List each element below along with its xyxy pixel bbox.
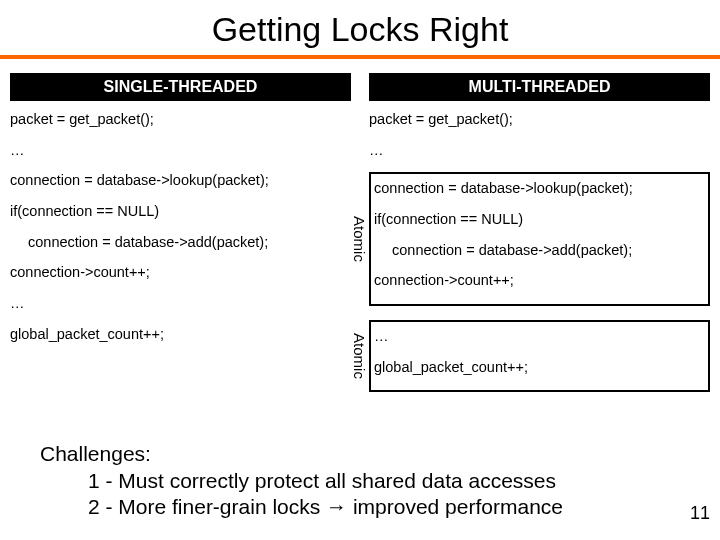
right-header: MULTI-THREADED bbox=[369, 73, 710, 101]
left-code: packet = get_packet(); … connection = da… bbox=[10, 111, 351, 342]
code-line: connection = database->add(packet); bbox=[10, 234, 351, 251]
atomic-label: Atomic bbox=[350, 331, 369, 381]
left-header: SINGLE-THREADED bbox=[10, 73, 351, 101]
challenges-block: Challenges: 1 - Must correctly protect a… bbox=[40, 441, 563, 520]
code-line: connection = database->lookup(packet); bbox=[10, 172, 351, 189]
code-line: connection = database->add(packet); bbox=[374, 242, 705, 259]
code-line: global_packet_count++; bbox=[374, 359, 705, 376]
challenges-title: Challenges: bbox=[40, 441, 563, 467]
challenge-item-2: 2 - More finer-grain locks → improved pe… bbox=[40, 494, 563, 520]
code-line: … bbox=[10, 142, 351, 159]
columns-wrapper: SINGLE-THREADED packet = get_packet(); …… bbox=[0, 73, 720, 406]
code-line: if(connection == NULL) bbox=[10, 203, 351, 220]
code-line: connection = database->lookup(packet); bbox=[374, 180, 705, 197]
challenge-item-1: 1 - Must correctly protect all shared da… bbox=[40, 468, 563, 494]
challenge-2-pre: 2 - More finer-grain locks bbox=[88, 495, 326, 518]
atomic-box-2: Atomic … global_packet_count++; bbox=[369, 320, 710, 392]
right-column: MULTI-THREADED packet = get_packet(); … … bbox=[369, 73, 710, 406]
code-line: connection->count++; bbox=[10, 264, 351, 281]
atomic-box-1: Atomic connection = database->lookup(pac… bbox=[369, 172, 710, 306]
code-line: global_packet_count++; bbox=[10, 326, 351, 343]
title-rule bbox=[0, 55, 720, 59]
atomic-label: Atomic bbox=[350, 214, 369, 264]
right-code: packet = get_packet(); … Atomic connecti… bbox=[369, 111, 710, 392]
challenge-2-post: improved performance bbox=[347, 495, 563, 518]
code-line: … bbox=[369, 142, 710, 159]
code-line: packet = get_packet(); bbox=[10, 111, 351, 128]
code-line: … bbox=[10, 295, 351, 312]
code-line: connection->count++; bbox=[374, 272, 705, 289]
slide-title: Getting Locks Right bbox=[0, 0, 720, 55]
page-number: 11 bbox=[690, 503, 710, 524]
left-column: SINGLE-THREADED packet = get_packet(); …… bbox=[10, 73, 351, 406]
code-line: … bbox=[374, 328, 705, 345]
code-line: packet = get_packet(); bbox=[369, 111, 710, 128]
arrow-icon: → bbox=[326, 495, 347, 518]
code-line: if(connection == NULL) bbox=[374, 211, 705, 228]
